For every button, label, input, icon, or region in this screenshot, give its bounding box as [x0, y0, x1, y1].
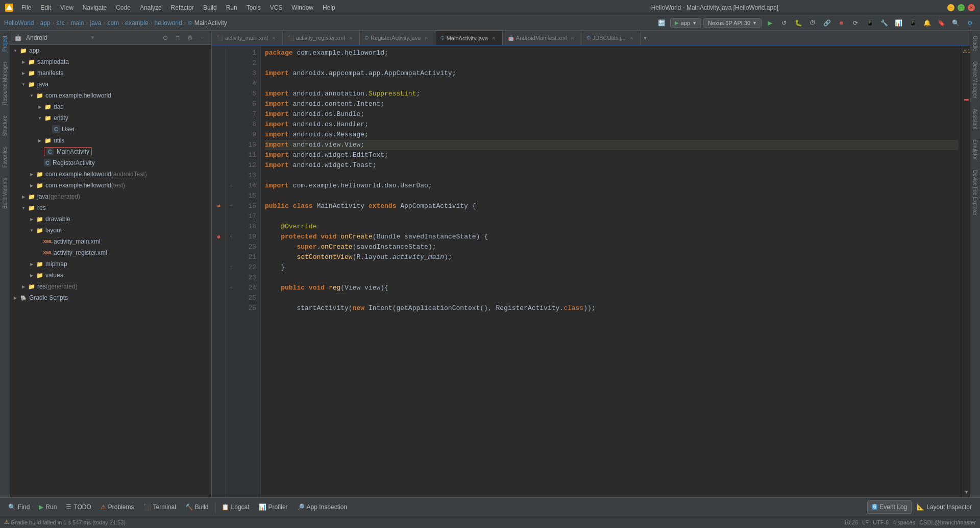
vtab-emulator[interactable]: Emulator: [971, 134, 979, 165]
breadcrumb-helloworld[interactable]: HelloWorld: [4, 19, 34, 27]
app-inspection-button[interactable]: 🔎 App Inspection: [293, 500, 351, 514]
navigate-back-button[interactable]: 🔙: [656, 17, 668, 29]
terminal-button[interactable]: ⬛ Terminal: [139, 500, 180, 514]
menu-code[interactable]: Code: [112, 3, 135, 12]
code-line-6[interactable]: import android.content.Intent;: [265, 99, 959, 109]
menu-file[interactable]: File: [17, 3, 35, 12]
menu-analyze[interactable]: Analyze: [136, 3, 166, 12]
breadcrumb-java[interactable]: java: [90, 19, 102, 27]
fold-marker-19[interactable]: ⊣: [226, 232, 235, 242]
status-git[interactable]: CSDL@branch/master: [919, 519, 976, 525]
tree-item-manifests[interactable]: ▶ 📁 manifests: [10, 67, 211, 79]
menu-refactor[interactable]: Refactor: [167, 3, 198, 12]
tree-item-gradle-scripts[interactable]: ▶ 🐘 Gradle Scripts: [10, 292, 211, 303]
code-line-2[interactable]: [265, 58, 959, 68]
ide-settings-button[interactable]: ⚙: [964, 17, 976, 29]
stop-button[interactable]: ■: [835, 17, 847, 29]
vtab-structure[interactable]: Structure: [1, 110, 9, 141]
vtab-project[interactable]: Project: [1, 31, 9, 57]
breadcrumb-example[interactable]: example: [125, 19, 148, 27]
tree-item-mainactivity[interactable]: C MainActivity: [10, 146, 211, 157]
vtab-resource-manager[interactable]: Resource Manager: [1, 57, 9, 110]
profiler-button[interactable]: 📊: [892, 17, 904, 29]
rerun-button[interactable]: ↺: [778, 17, 790, 29]
menu-navigate[interactable]: Navigate: [79, 3, 111, 12]
profile-button[interactable]: ⏱: [806, 17, 819, 29]
tab-close-manifest[interactable]: ✕: [569, 34, 576, 41]
tree-arrow-drawable[interactable]: ▶: [29, 216, 35, 222]
tree-arrow-app[interactable]: ▼: [12, 47, 18, 54]
error-stripe-bottom[interactable]: ▼: [963, 487, 970, 497]
sync-button[interactable]: ⟳: [849, 17, 862, 29]
tree-arrow-android-test[interactable]: ▶: [29, 171, 35, 177]
tab-close-register-activity[interactable]: ✕: [423, 34, 430, 41]
profiler-tool-button[interactable]: 📊 Profiler: [255, 500, 292, 514]
tree-item-res[interactable]: ▼ 📁 res: [10, 202, 211, 213]
debug-button[interactable]: 🐛: [792, 17, 804, 29]
run-config-selector[interactable]: ▶ app ▼: [670, 18, 701, 28]
breadcrumb-com[interactable]: com: [108, 19, 119, 27]
tree-item-activity-main-xml[interactable]: XML activity_main.xml: [10, 236, 211, 247]
code-line-13[interactable]: [265, 171, 959, 181]
tree-arrow-sampledata[interactable]: ▶: [20, 59, 27, 65]
maximize-button[interactable]: □: [958, 4, 965, 11]
tab-close-activity-register[interactable]: ✕: [347, 34, 354, 41]
project-minimize-button[interactable]: –: [197, 33, 207, 43]
tree-item-registeractivity[interactable]: C RegisterActivity: [10, 157, 211, 169]
menu-vcs[interactable]: VCS: [266, 3, 287, 12]
sdk-button[interactable]: 🔧: [878, 17, 890, 29]
code-line-16[interactable]: public class MainActivity extends AppCom…: [265, 201, 959, 211]
tree-arrow-gradle-scripts[interactable]: ▶: [12, 295, 18, 301]
tree-arrow-res[interactable]: ▼: [20, 205, 27, 211]
notifications-button[interactable]: 🔔: [921, 17, 933, 29]
run-tool-button[interactable]: ▶ Run: [35, 500, 61, 514]
tree-item-entity[interactable]: ▼ 📁 entity: [10, 112, 211, 124]
vtab-build-variants[interactable]: Build Variants: [1, 173, 9, 214]
tree-arrow-layout[interactable]: ▼: [29, 227, 35, 233]
tree-item-app[interactable]: ▼ 📁 app: [10, 45, 211, 56]
bookmarks-button[interactable]: 🔖: [935, 17, 947, 29]
status-charset[interactable]: UTF-8: [873, 519, 889, 525]
find-button[interactable]: 🔍 Find: [4, 500, 34, 514]
search-button[interactable]: 🔍: [949, 17, 962, 29]
breakpoint-line19[interactable]: ●: [212, 232, 226, 242]
code-line-24[interactable]: public void reg(View view){: [265, 283, 959, 293]
tree-arrow-utils[interactable]: ▶: [37, 137, 43, 143]
code-line-18[interactable]: @Override: [265, 222, 959, 232]
tree-arrow-test[interactable]: ▶: [29, 182, 35, 188]
tree-arrow-java-generated[interactable]: ▶: [20, 194, 27, 200]
code-line-17[interactable]: [265, 211, 959, 222]
tree-item-values[interactable]: ▶ 📁 values: [10, 270, 211, 281]
tree-item-mipmap[interactable]: ▶ 📁 mipmap: [10, 258, 211, 270]
breadcrumb-src[interactable]: src: [57, 19, 65, 27]
breadcrumb-mainactivity[interactable]: MainActivity: [194, 19, 227, 27]
attach-debugger[interactable]: 🔗: [821, 17, 833, 29]
tab-close-main-activity[interactable]: ✕: [490, 35, 497, 42]
menu-view[interactable]: View: [56, 3, 78, 12]
tree-item-user[interactable]: C User: [10, 124, 211, 135]
tree-arrow-res-generated[interactable]: ▶: [20, 283, 27, 290]
tree-arrow-package-main[interactable]: ▼: [29, 92, 35, 99]
tree-arrow-entity[interactable]: ▼: [37, 115, 43, 121]
vtab-device-manager[interactable]: Device Manager: [971, 56, 979, 104]
tree-item-utils[interactable]: ▶ 📁 utils: [10, 135, 211, 146]
tab-activity-register-xml[interactable]: ⬛ activity_register.xml ✕: [283, 31, 360, 45]
code-line-10[interactable]: import android.view.View;: [265, 140, 959, 150]
project-flatten-button[interactable]: ≡: [173, 33, 183, 43]
tree-item-layout[interactable]: ▼ 📁 layout: [10, 225, 211, 236]
tab-main-activity-java[interactable]: © MainActivity.java ✕: [435, 31, 502, 45]
layout-inspector-button[interactable]: 📐 Layout Inspector: [913, 500, 976, 514]
vtab-assistant[interactable]: Assistant: [971, 104, 979, 135]
code-line-26[interactable]: startActivity(new Intent(getApplicationC…: [265, 303, 959, 314]
status-encoding[interactable]: LF: [862, 519, 869, 525]
code-line-5[interactable]: import android.annotation.SuppressLint;: [265, 89, 959, 99]
tree-item-activity-register-xml[interactable]: XML activity_register.xml: [10, 247, 211, 258]
code-line-12[interactable]: import android.widget.Toast;: [265, 160, 959, 171]
code-line-9[interactable]: import android.os.Message;: [265, 130, 959, 140]
tree-arrow-values[interactable]: ▶: [29, 272, 35, 278]
close-button[interactable]: ✕: [968, 4, 975, 11]
tab-close-activity-main[interactable]: ✕: [270, 34, 277, 41]
code-line-15[interactable]: [265, 191, 959, 201]
tree-arrow-dao[interactable]: ▶: [37, 104, 43, 110]
menu-window[interactable]: Window: [287, 3, 317, 12]
